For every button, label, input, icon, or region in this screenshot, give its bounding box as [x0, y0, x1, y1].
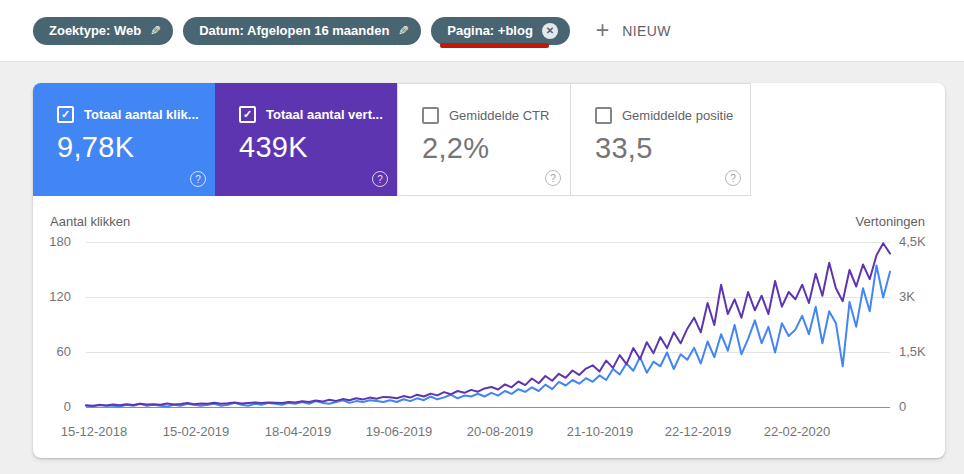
filter-chip-datum[interactable]: Datum: Afgelopen 16 maanden ✎	[183, 17, 421, 45]
left-tick-label: 180	[49, 234, 71, 249]
help-icon[interactable]: ?	[725, 170, 741, 186]
left-tick-label: 60	[57, 344, 71, 359]
date-label: 15-12-2018	[61, 424, 128, 439]
impressions-line	[86, 243, 890, 406]
left-axis-title: Aantal klikken	[50, 214, 130, 229]
help-icon[interactable]: ?	[372, 171, 388, 187]
plus-icon: +	[596, 19, 609, 42]
date-label: 19-06-2019	[366, 424, 433, 439]
metric-card-position[interactable]: Gemiddelde positie 33,5 ?	[570, 83, 751, 196]
date-label: 15-02-2019	[163, 424, 230, 439]
metric-label: Totaal aantal vert...	[266, 107, 383, 122]
checkbox-unchecked-icon[interactable]	[595, 107, 612, 124]
right-tick-label: 4,5K	[899, 234, 926, 249]
checkbox-checked-icon[interactable]: ✓	[57, 106, 74, 123]
clicks-line	[86, 265, 890, 406]
red-underline-annotation	[440, 43, 549, 48]
metric-label: Gemiddelde CTR	[449, 108, 549, 123]
help-icon[interactable]: ?	[545, 170, 561, 186]
new-filter-button[interactable]: + NIEUW	[596, 19, 671, 42]
filter-chip-label: Zoektype: Web	[49, 23, 141, 38]
filter-bar: Zoektype: Web ✎ Datum: Afgelopen 16 maan…	[0, 0, 964, 62]
metric-label: Gemiddelde positie	[622, 108, 733, 123]
x-axis-date-labels: 15-12-201815-02-201918-04-201919-06-2019…	[86, 424, 890, 444]
metric-value: 2,2%	[422, 132, 570, 165]
edit-pencil-icon[interactable]: ✎	[398, 23, 409, 38]
edit-pencil-icon[interactable]: ✎	[150, 23, 161, 38]
right-tick-label: 1,5K	[899, 344, 926, 359]
metric-value: 439K	[239, 131, 397, 164]
left-tick-label: 0	[64, 399, 71, 414]
checkbox-checked-icon[interactable]: ✓	[239, 106, 256, 123]
filter-chip-label: Datum: Afgelopen 16 maanden	[199, 23, 389, 38]
date-label: 20-08-2019	[467, 424, 534, 439]
filter-chip-pagina[interactable]: Pagina: +blog ✕	[431, 17, 570, 45]
date-label: 22-12-2019	[665, 424, 732, 439]
metric-label: Totaal aantal klik...	[84, 107, 199, 122]
performance-panel: ✓ Totaal aantal klik... 9,78K ? ✓ Totaal…	[33, 83, 945, 458]
right-tick-label: 3K	[899, 289, 915, 304]
help-icon[interactable]: ?	[190, 171, 206, 187]
filter-chip-zoektype[interactable]: Zoektype: Web ✎	[33, 17, 173, 45]
checkbox-unchecked-icon[interactable]	[422, 107, 439, 124]
right-axis-title: Vertoningen	[856, 214, 925, 229]
left-tick-label: 120	[49, 289, 71, 304]
filter-chip-label: Pagina: +blog	[447, 23, 533, 38]
metric-value: 9,78K	[57, 131, 215, 164]
new-filter-label: NIEUW	[622, 23, 671, 39]
metric-card-ctr[interactable]: Gemiddelde CTR 2,2% ?	[397, 83, 571, 196]
close-icon[interactable]: ✕	[542, 23, 558, 39]
performance-chart[interactable]	[86, 242, 890, 408]
date-label: 18-04-2019	[265, 424, 332, 439]
right-tick-label: 0	[899, 399, 906, 414]
metric-value: 33,5	[595, 132, 750, 165]
date-label: 22-02-2020	[764, 424, 831, 439]
metric-card-clicks[interactable]: ✓ Totaal aantal klik... 9,78K ?	[33, 83, 215, 196]
date-label: 21-10-2019	[567, 424, 634, 439]
metric-card-impressions[interactable]: ✓ Totaal aantal vert... 439K ?	[215, 83, 397, 196]
metric-cards-row: ✓ Totaal aantal klik... 9,78K ? ✓ Totaal…	[33, 83, 945, 196]
